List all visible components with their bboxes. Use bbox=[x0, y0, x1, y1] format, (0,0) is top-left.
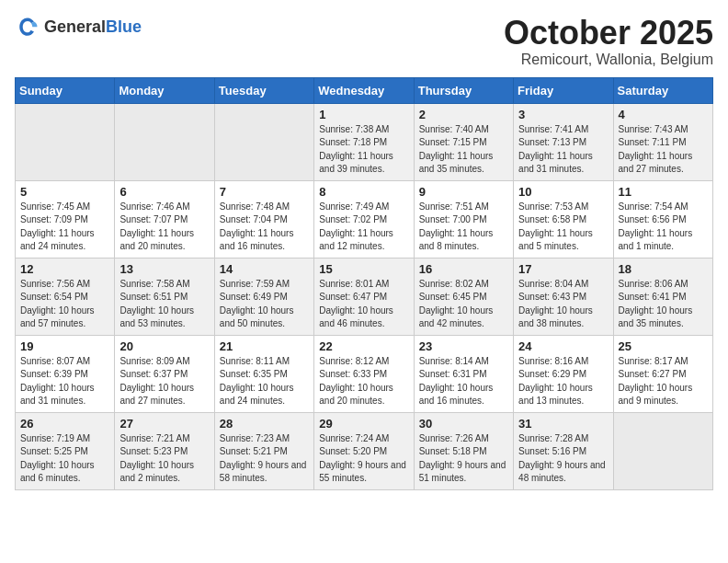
day-number: 9 bbox=[419, 185, 508, 199]
day-info: Sunrise: 7:49 AM Sunset: 7:02 PM Dayligh… bbox=[319, 201, 408, 254]
calendar-week-row: 12Sunrise: 7:56 AM Sunset: 6:54 PM Dayli… bbox=[16, 258, 713, 335]
month-title: October 2025 bbox=[504, 15, 713, 52]
day-info: Sunrise: 7:21 AM Sunset: 5:23 PM Dayligh… bbox=[119, 432, 209, 486]
logo-text: GeneralBlue bbox=[44, 18, 142, 37]
calendar-day-cell: 7Sunrise: 7:48 AM Sunset: 7:04 PM Daylig… bbox=[214, 180, 313, 258]
location-subtitle: Remicourt, Wallonia, Belgium bbox=[504, 52, 713, 68]
calendar-day-cell bbox=[16, 103, 115, 180]
day-number: 15 bbox=[319, 262, 408, 276]
day-number: 6 bbox=[119, 185, 209, 199]
calendar-day-cell: 15Sunrise: 8:01 AM Sunset: 6:47 PM Dayli… bbox=[314, 258, 414, 335]
day-number: 8 bbox=[319, 185, 408, 199]
calendar-table: SundayMondayTuesdayWednesdayThursdayFrid… bbox=[15, 77, 713, 490]
calendar-day-cell: 1Sunrise: 7:38 AM Sunset: 7:18 PM Daylig… bbox=[314, 103, 414, 180]
calendar-day-cell: 28Sunrise: 7:23 AM Sunset: 5:21 PM Dayli… bbox=[214, 412, 313, 489]
day-number: 19 bbox=[20, 339, 109, 353]
day-info: Sunrise: 7:54 AM Sunset: 6:56 PM Dayligh… bbox=[619, 201, 708, 254]
calendar-day-cell bbox=[613, 412, 712, 489]
calendar-day-cell: 8Sunrise: 7:49 AM Sunset: 7:02 PM Daylig… bbox=[314, 180, 414, 258]
day-info: Sunrise: 7:26 AM Sunset: 5:18 PM Dayligh… bbox=[419, 432, 508, 486]
calendar-day-cell: 12Sunrise: 7:56 AM Sunset: 6:54 PM Dayli… bbox=[16, 258, 115, 335]
calendar-day-cell: 23Sunrise: 8:14 AM Sunset: 6:31 PM Dayli… bbox=[414, 335, 513, 412]
day-info: Sunrise: 7:24 AM Sunset: 5:20 PM Dayligh… bbox=[319, 432, 408, 486]
day-info: Sunrise: 7:38 AM Sunset: 7:18 PM Dayligh… bbox=[319, 123, 408, 177]
weekday-header-thursday: Thursday bbox=[414, 77, 513, 103]
weekday-header-sunday: Sunday bbox=[16, 77, 115, 103]
calendar-day-cell: 11Sunrise: 7:54 AM Sunset: 6:56 PM Dayli… bbox=[613, 180, 712, 258]
day-number: 27 bbox=[119, 417, 209, 431]
logo-general-text: General bbox=[44, 17, 106, 36]
day-info: Sunrise: 8:12 AM Sunset: 6:33 PM Dayligh… bbox=[319, 355, 408, 408]
title-area: October 2025 Remicourt, Wallonia, Belgiu… bbox=[504, 15, 713, 68]
calendar-day-cell: 5Sunrise: 7:45 AM Sunset: 7:09 PM Daylig… bbox=[16, 180, 115, 258]
day-info: Sunrise: 8:17 AM Sunset: 6:27 PM Dayligh… bbox=[619, 355, 708, 408]
calendar-week-row: 1Sunrise: 7:38 AM Sunset: 7:18 PM Daylig… bbox=[16, 103, 713, 180]
day-number: 13 bbox=[119, 262, 209, 276]
day-number: 12 bbox=[20, 262, 109, 276]
day-number: 4 bbox=[619, 108, 708, 121]
day-info: Sunrise: 7:46 AM Sunset: 7:07 PM Dayligh… bbox=[119, 201, 209, 254]
day-info: Sunrise: 7:40 AM Sunset: 7:15 PM Dayligh… bbox=[419, 123, 508, 177]
day-number: 14 bbox=[220, 262, 309, 276]
weekday-header-tuesday: Tuesday bbox=[214, 77, 313, 103]
calendar-day-cell: 9Sunrise: 7:51 AM Sunset: 7:00 PM Daylig… bbox=[414, 180, 513, 258]
day-info: Sunrise: 8:11 AM Sunset: 6:35 PM Dayligh… bbox=[220, 355, 309, 408]
day-info: Sunrise: 7:56 AM Sunset: 6:54 PM Dayligh… bbox=[20, 278, 109, 331]
day-info: Sunrise: 8:02 AM Sunset: 6:45 PM Dayligh… bbox=[419, 278, 508, 331]
day-number: 23 bbox=[419, 339, 508, 353]
day-info: Sunrise: 8:14 AM Sunset: 6:31 PM Dayligh… bbox=[419, 355, 508, 408]
calendar-day-cell: 24Sunrise: 8:16 AM Sunset: 6:29 PM Dayli… bbox=[514, 335, 613, 412]
calendar-day-cell: 16Sunrise: 8:02 AM Sunset: 6:45 PM Dayli… bbox=[414, 258, 513, 335]
day-number: 11 bbox=[619, 185, 708, 199]
calendar-day-cell: 30Sunrise: 7:26 AM Sunset: 5:18 PM Dayli… bbox=[414, 412, 513, 489]
day-number: 1 bbox=[319, 108, 408, 121]
calendar-day-cell: 29Sunrise: 7:24 AM Sunset: 5:20 PM Dayli… bbox=[314, 412, 414, 489]
day-number: 21 bbox=[220, 339, 309, 353]
calendar-week-row: 26Sunrise: 7:19 AM Sunset: 5:25 PM Dayli… bbox=[16, 412, 713, 489]
calendar-day-cell bbox=[214, 103, 313, 180]
day-info: Sunrise: 7:48 AM Sunset: 7:04 PM Dayligh… bbox=[220, 201, 309, 254]
calendar-day-cell: 20Sunrise: 8:09 AM Sunset: 6:37 PM Dayli… bbox=[115, 335, 214, 412]
day-number: 3 bbox=[518, 108, 608, 121]
day-info: Sunrise: 7:41 AM Sunset: 7:13 PM Dayligh… bbox=[518, 123, 608, 177]
day-info: Sunrise: 7:28 AM Sunset: 5:16 PM Dayligh… bbox=[518, 432, 608, 486]
calendar-day-cell: 27Sunrise: 7:21 AM Sunset: 5:23 PM Dayli… bbox=[115, 412, 214, 489]
day-number: 17 bbox=[518, 262, 608, 276]
day-number: 31 bbox=[518, 417, 608, 431]
day-number: 22 bbox=[319, 339, 408, 353]
day-info: Sunrise: 7:51 AM Sunset: 7:00 PM Dayligh… bbox=[419, 201, 508, 254]
logo-icon bbox=[15, 15, 40, 40]
calendar-day-cell: 6Sunrise: 7:46 AM Sunset: 7:07 PM Daylig… bbox=[115, 180, 214, 258]
weekday-header-wednesday: Wednesday bbox=[314, 77, 414, 103]
day-number: 28 bbox=[220, 417, 309, 431]
day-number: 25 bbox=[619, 339, 708, 353]
day-info: Sunrise: 7:59 AM Sunset: 6:49 PM Dayligh… bbox=[220, 278, 309, 331]
calendar-day-cell: 17Sunrise: 8:04 AM Sunset: 6:43 PM Dayli… bbox=[514, 258, 613, 335]
day-info: Sunrise: 7:43 AM Sunset: 7:11 PM Dayligh… bbox=[619, 123, 708, 177]
day-info: Sunrise: 7:45 AM Sunset: 7:09 PM Dayligh… bbox=[20, 201, 109, 254]
day-number: 24 bbox=[518, 339, 608, 353]
calendar-week-row: 5Sunrise: 7:45 AM Sunset: 7:09 PM Daylig… bbox=[16, 180, 713, 258]
day-info: Sunrise: 8:04 AM Sunset: 6:43 PM Dayligh… bbox=[518, 278, 608, 331]
day-number: 5 bbox=[20, 185, 109, 199]
logo: GeneralBlue bbox=[15, 15, 142, 40]
calendar-day-cell: 26Sunrise: 7:19 AM Sunset: 5:25 PM Dayli… bbox=[16, 412, 115, 489]
calendar-day-cell: 4Sunrise: 7:43 AM Sunset: 7:11 PM Daylig… bbox=[613, 103, 712, 180]
calendar-day-cell: 2Sunrise: 7:40 AM Sunset: 7:15 PM Daylig… bbox=[414, 103, 513, 180]
calendar-day-cell: 21Sunrise: 8:11 AM Sunset: 6:35 PM Dayli… bbox=[214, 335, 313, 412]
weekday-header-monday: Monday bbox=[115, 77, 214, 103]
weekday-header-saturday: Saturday bbox=[613, 77, 712, 103]
calendar-day-cell: 31Sunrise: 7:28 AM Sunset: 5:16 PM Dayli… bbox=[514, 412, 613, 489]
day-info: Sunrise: 7:23 AM Sunset: 5:21 PM Dayligh… bbox=[220, 432, 309, 486]
day-number: 18 bbox=[619, 262, 708, 276]
day-info: Sunrise: 8:06 AM Sunset: 6:41 PM Dayligh… bbox=[619, 278, 708, 331]
day-number: 30 bbox=[419, 417, 508, 431]
calendar-day-cell: 3Sunrise: 7:41 AM Sunset: 7:13 PM Daylig… bbox=[514, 103, 613, 180]
weekday-header-friday: Friday bbox=[514, 77, 613, 103]
page-header: GeneralBlue October 2025 Remicourt, Wall… bbox=[15, 15, 713, 68]
day-info: Sunrise: 8:01 AM Sunset: 6:47 PM Dayligh… bbox=[319, 278, 408, 331]
day-info: Sunrise: 7:53 AM Sunset: 6:58 PM Dayligh… bbox=[518, 201, 608, 254]
calendar-day-cell: 13Sunrise: 7:58 AM Sunset: 6:51 PM Dayli… bbox=[115, 258, 214, 335]
calendar-day-cell: 14Sunrise: 7:59 AM Sunset: 6:49 PM Dayli… bbox=[214, 258, 313, 335]
calendar-day-cell: 19Sunrise: 8:07 AM Sunset: 6:39 PM Dayli… bbox=[16, 335, 115, 412]
